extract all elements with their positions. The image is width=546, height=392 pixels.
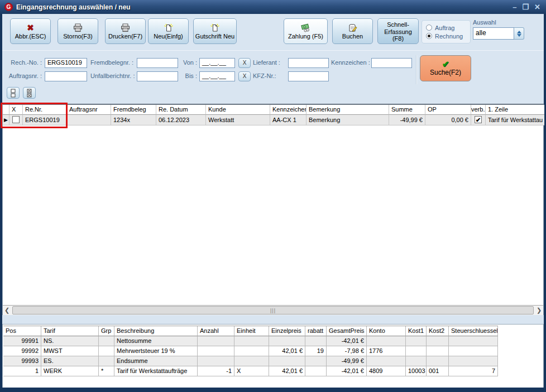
position-row-mwst[interactable]: 99992 MWST Mehrwertsteuer 19 % 42,01 € 1…: [3, 346, 498, 356]
cell-anzahl[interactable]: [198, 346, 234, 356]
col-steuerschluessel[interactable]: Steuerschluessel: [449, 326, 498, 336]
cell-konto[interactable]: [367, 336, 406, 346]
cell-rabatt[interactable]: [305, 356, 327, 366]
position-row-endsumme[interactable]: 99993 ES. Endsumme -49,99 €: [3, 356, 498, 366]
cell-1-zeile[interactable]: Tarif für Werkstattau: [486, 115, 544, 125]
cell-grp[interactable]: *: [99, 366, 114, 376]
cell-tarif[interactable]: WERK: [41, 366, 99, 376]
cell-einheit[interactable]: [234, 336, 269, 346]
schnell-erfassung-button[interactable]: Schnell- Erfassung (F8): [377, 18, 419, 44]
cell-gesamtpreis[interactable]: -49,99 €: [327, 356, 367, 366]
cell-rabatt[interactable]: 19: [305, 346, 327, 356]
cell-kost2[interactable]: [427, 336, 449, 346]
cell-re-datum[interactable]: 06.12.2023: [156, 115, 206, 125]
gutschrift-neu-button[interactable]: Gutschrift Neu: [193, 18, 237, 44]
cell-kost1[interactable]: [406, 336, 427, 346]
cell-steuerschluessel[interactable]: [449, 356, 498, 366]
scroll-right-icon[interactable]: ❯: [535, 306, 543, 315]
row-select-checkbox[interactable]: [9, 115, 23, 125]
cell-anzahl[interactable]: -1: [198, 366, 234, 376]
scrollbar-track[interactable]: |||: [11, 306, 535, 315]
cell-gesamtpreis[interactable]: -42,01 €: [327, 366, 367, 376]
kennzeichen-input[interactable]: [371, 58, 412, 68]
cell-gesamtpreis[interactable]: -42,01 €: [327, 336, 367, 346]
cell-kunde[interactable]: Werkstatt: [206, 115, 270, 125]
cell-kost2[interactable]: [427, 356, 449, 366]
bis-date-input[interactable]: __.__.__: [199, 71, 235, 81]
uncheck-all-button[interactable]: [7, 87, 20, 99]
cell-einzelpreis[interactable]: [269, 336, 305, 346]
fremdbelegnr-input[interactable]: [137, 58, 178, 68]
cell-beschreibung[interactable]: Mehrwertsteuer 19 %: [114, 346, 198, 356]
cell-anzahl[interactable]: [198, 356, 234, 366]
cell-beschreibung[interactable]: Endsumme: [114, 356, 198, 366]
col-kunde[interactable]: Kunde: [206, 105, 270, 115]
cell-steuerschluessel[interactable]: 7: [449, 366, 498, 376]
buchen-button[interactable]: Buchen: [332, 18, 373, 44]
auftragsnr-input[interactable]: [45, 71, 87, 81]
cell-einzelpreis[interactable]: [269, 356, 305, 366]
cell-auftragsnr[interactable]: [67, 115, 111, 125]
spin-up-icon[interactable]: [517, 31, 521, 33]
cell-tarif[interactable]: NS.: [41, 336, 99, 346]
cell-beschreibung[interactable]: Nettosumme: [114, 336, 198, 346]
col-verb[interactable]: verb.: [471, 105, 486, 115]
col-einzelpreis[interactable]: Einzelpreis: [269, 326, 305, 336]
cell-pos[interactable]: 99991: [3, 336, 41, 346]
cell-bemerkung[interactable]: Bemerkung: [306, 115, 389, 125]
bis-clear-button[interactable]: X: [238, 71, 251, 81]
col-gesamtpreis[interactable]: GesamtPreis: [327, 326, 367, 336]
cell-grp[interactable]: [99, 336, 114, 346]
cell-steuerschluessel[interactable]: [449, 336, 498, 346]
col-bemerkung[interactable]: Bemerkung: [306, 105, 389, 115]
position-row-werk[interactable]: 1 WERK * Tarif für Werkstattaufträge -1 …: [3, 366, 498, 376]
drucken-button[interactable]: Drucken(F7): [105, 18, 146, 44]
radio-rechnung[interactable]: Rechnung: [426, 33, 470, 40]
abbr-button[interactable]: ✖ Abbr.(ESC): [10, 18, 51, 44]
position-row-nettosumme[interactable]: 99991 NS. Nettosumme -42,01 €: [3, 336, 498, 346]
cell-summe[interactable]: -49,99 €: [389, 115, 425, 125]
cell-grp[interactable]: [99, 356, 114, 366]
minimize-icon[interactable]: –: [513, 3, 516, 11]
maximize-icon[interactable]: ❐: [522, 3, 529, 11]
cell-pos[interactable]: 99993: [3, 356, 41, 366]
cell-rabatt[interactable]: [305, 336, 327, 346]
kfz-nr-input[interactable]: [288, 71, 329, 81]
zahlung-button[interactable]: Zahlung (F5): [284, 18, 328, 44]
auswahl-value-field[interactable]: alle: [473, 27, 514, 40]
auswahl-spin-buttons[interactable]: [514, 27, 524, 40]
cell-einheit[interactable]: [234, 346, 269, 356]
cell-tarif[interactable]: MWST: [41, 346, 99, 356]
col-anzahl[interactable]: Anzahl: [198, 326, 234, 336]
col-kost1[interactable]: Kost1: [406, 326, 427, 336]
col-1-zeile[interactable]: 1. Zeile: [486, 105, 544, 115]
cell-konto[interactable]: 1776: [367, 346, 406, 356]
col-konto[interactable]: Konto: [367, 326, 406, 336]
cell-rabatt[interactable]: [305, 366, 327, 376]
cell-verb-checkbox[interactable]: ✔: [471, 115, 486, 125]
cell-re-nr[interactable]: ERGS10019: [23, 115, 67, 125]
cell-op[interactable]: 0,00 €: [425, 115, 471, 125]
suche-button[interactable]: ✔ Suche(F2): [420, 55, 471, 81]
cell-gesamtpreis[interactable]: -7,98 €: [327, 346, 367, 356]
col-auftragsnr[interactable]: Auftragsnr: [67, 105, 111, 115]
rech-no-input[interactable]: ERGS10019: [45, 58, 87, 68]
cell-steuerschluessel[interactable]: [449, 346, 498, 356]
col-tarif[interactable]: Tarif: [41, 326, 99, 336]
cell-kost1[interactable]: [406, 346, 427, 356]
cell-einzelpreis[interactable]: 42,01 €: [269, 346, 305, 356]
col-summe[interactable]: Summe: [389, 105, 425, 115]
col-beschreibung[interactable]: Beschreibung: [114, 326, 198, 336]
col-re-datum[interactable]: Re. Datum: [156, 105, 206, 115]
unfallberichtnr-input[interactable]: [137, 71, 178, 81]
col-x[interactable]: X: [9, 105, 23, 115]
col-kost2[interactable]: Kost2: [427, 326, 449, 336]
col-grp[interactable]: Grp: [99, 326, 114, 336]
col-einheit[interactable]: Einheit: [234, 326, 269, 336]
close-icon[interactable]: ✕: [534, 3, 540, 11]
cell-einzelpreis[interactable]: 42,01 €: [269, 366, 305, 376]
check-all-button[interactable]: [23, 87, 36, 99]
cell-beschreibung[interactable]: Tarif für Werkstattaufträge: [114, 366, 198, 376]
von-date-input[interactable]: __.__.__: [199, 58, 235, 68]
cell-kost1[interactable]: 10003: [406, 366, 427, 376]
